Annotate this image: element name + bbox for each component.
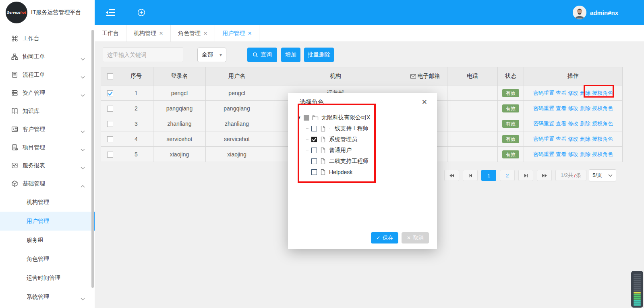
checkbox-unchecked[interactable] bbox=[311, 148, 317, 153]
sidebar-item-asset-mgmt[interactable]: 资产管理 bbox=[0, 84, 95, 102]
page-size-select[interactable]: 5/页 bbox=[589, 169, 616, 181]
grant-role-link[interactable]: 授权角色 bbox=[592, 151, 613, 157]
collapse-menu-icon[interactable] bbox=[106, 8, 118, 17]
row-checkbox[interactable] bbox=[107, 152, 113, 158]
grant-role-link[interactable]: 授权角色 bbox=[592, 105, 613, 111]
close-icon[interactable]: ✕ bbox=[159, 31, 163, 36]
grant-role-link[interactable]: 授权角色 bbox=[592, 136, 613, 142]
sidebar-item-process-tickets[interactable]: 流程工单 bbox=[0, 66, 95, 84]
row-checkbox[interactable] bbox=[107, 121, 113, 127]
next-page-button[interactable] bbox=[518, 170, 533, 181]
grant-role-link[interactable]: 授权角色 bbox=[592, 121, 613, 127]
sidebar-scrollbar[interactable] bbox=[91, 30, 94, 288]
reset-password-link[interactable]: 密码重置 bbox=[533, 136, 554, 142]
tree-node-root[interactable]: ▼ 无限科技有限公司X bbox=[297, 112, 370, 123]
reset-password-link[interactable]: 密码重置 bbox=[533, 105, 554, 111]
close-icon[interactable]: ✕ bbox=[248, 31, 252, 36]
view-link[interactable]: 查看 bbox=[556, 105, 566, 111]
tree-node-role[interactable]: 一线支持工程师 bbox=[297, 123, 370, 134]
edit-link[interactable]: 修改 bbox=[568, 151, 578, 157]
sidebar-item-knowledge-base[interactable]: 知识库 bbox=[0, 102, 95, 120]
document-gear-icon bbox=[11, 144, 18, 151]
add-button[interactable]: 增加 bbox=[281, 48, 300, 62]
search-button[interactable]: 查询 bbox=[247, 48, 277, 62]
checkbox-checked[interactable] bbox=[311, 137, 317, 142]
tab-workbench[interactable]: 工作台 bbox=[95, 25, 126, 42]
chevron-down-icon bbox=[81, 164, 85, 167]
scope-select[interactable]: 全部 ▾ bbox=[197, 48, 226, 62]
edit-link[interactable]: 修改 bbox=[568, 136, 578, 142]
tree-node-role[interactable]: 系统管理员 bbox=[297, 134, 370, 145]
username[interactable]: admin#nx bbox=[590, 9, 618, 16]
sidebar-item-customer-mgmt[interactable]: 客户管理 bbox=[0, 120, 95, 138]
user-avatar[interactable] bbox=[573, 6, 586, 19]
edit-link[interactable]: 修改 bbox=[568, 90, 578, 96]
keyword-input[interactable] bbox=[103, 48, 183, 62]
tree-connector bbox=[306, 172, 310, 172]
sidebar-item-workbench[interactable]: 工作台 bbox=[0, 29, 95, 48]
delete-link[interactable]: 删除 bbox=[580, 121, 590, 127]
sidebar-item-basic-mgmt[interactable]: 基础管理 bbox=[0, 175, 95, 193]
sidebar-item-project-mgmt[interactable]: 项目管理 bbox=[0, 138, 95, 156]
caret-down-icon: ▾ bbox=[219, 52, 222, 58]
select-all-checkbox[interactable] bbox=[107, 73, 113, 79]
view-link[interactable]: 查看 bbox=[556, 136, 566, 142]
tree-node-role[interactable]: Helpdesk bbox=[297, 166, 370, 177]
batch-delete-button[interactable]: 批量删除 bbox=[304, 48, 334, 62]
tree-node-role[interactable]: 二线支持工程师 bbox=[297, 156, 370, 166]
view-link[interactable]: 查看 bbox=[556, 121, 566, 127]
page-2-button[interactable]: 2 bbox=[500, 170, 515, 181]
folder-icon bbox=[312, 114, 319, 121]
sidebar-item-org-mgmt[interactable]: 机构管理 bbox=[0, 193, 95, 212]
table-header-row: 序号 登录名 用户名 机构 电子邮箱 电话 状态 操作 bbox=[101, 67, 623, 85]
close-icon[interactable]: ✕ bbox=[422, 98, 427, 106]
view-link[interactable]: 查看 bbox=[556, 90, 566, 96]
tab-role-mgmt[interactable]: 角色管理✕ bbox=[171, 25, 215, 42]
row-checkbox[interactable] bbox=[107, 106, 113, 112]
prev-page-button[interactable] bbox=[463, 170, 478, 181]
tree-connector bbox=[306, 150, 310, 150]
edit-link[interactable]: 修改 bbox=[568, 105, 578, 111]
delete-link[interactable]: 删除 bbox=[580, 105, 590, 111]
contact-card-icon bbox=[11, 126, 18, 133]
page-1-button[interactable]: 1 bbox=[481, 170, 496, 181]
save-button[interactable]: ✓保存 bbox=[371, 232, 398, 243]
reset-password-link[interactable]: 密码重置 bbox=[533, 151, 554, 157]
last-page-button[interactable] bbox=[537, 170, 552, 181]
col-org: 机构 bbox=[268, 67, 403, 85]
add-circle-icon[interactable] bbox=[136, 8, 148, 17]
sidebar-item-role-mgmt[interactable]: 角色管理 bbox=[0, 250, 95, 268]
sidebar-item-user-mgmt[interactable]: 用户管理 bbox=[0, 212, 95, 231]
sidebar-item-collab-tickets[interactable]: 协同工单 bbox=[0, 48, 95, 66]
reset-password-link[interactable]: 密码重置 bbox=[533, 121, 554, 127]
cross-icon: ✕ bbox=[407, 235, 411, 241]
sidebar-item-service-group[interactable]: 服务组 bbox=[0, 231, 95, 250]
checkbox-unchecked[interactable] bbox=[311, 158, 317, 164]
sidebar-item-system-mgmt[interactable]: 系统管理 bbox=[0, 287, 95, 306]
next-page-icon bbox=[523, 173, 529, 178]
row-checkbox[interactable] bbox=[107, 90, 113, 96]
delete-link[interactable]: 删除 bbox=[580, 90, 590, 96]
checkbox-unchecked[interactable] bbox=[311, 126, 317, 131]
sidebar-item-service-reports[interactable]: 服务报表 bbox=[0, 156, 95, 175]
row-checkbox[interactable] bbox=[107, 136, 113, 142]
delete-link[interactable]: 删除 bbox=[580, 151, 590, 157]
tree-expand-icon[interactable]: ▼ bbox=[297, 115, 304, 120]
dialog-title: 选择角色 bbox=[300, 98, 324, 106]
tree-node-role[interactable]: 普通用户 bbox=[297, 145, 370, 156]
delete-link[interactable]: 删除 bbox=[580, 136, 590, 142]
tab-user-mgmt[interactable]: 用户管理✕ bbox=[215, 25, 259, 42]
checkbox-indeterminate[interactable] bbox=[304, 115, 309, 121]
grant-role-link[interactable]: 授权角色 bbox=[592, 90, 613, 96]
col-username: 用户名 bbox=[206, 67, 268, 85]
first-page-button[interactable] bbox=[444, 170, 459, 181]
view-link[interactable]: 查看 bbox=[556, 151, 566, 157]
status-badge: 有效 bbox=[502, 89, 519, 97]
reset-password-link[interactable]: 密码重置 bbox=[533, 90, 554, 96]
sidebar-item-op-time-mgmt[interactable]: 运营时间管理 bbox=[0, 268, 95, 287]
edit-link[interactable]: 修改 bbox=[568, 121, 578, 127]
close-icon[interactable]: ✕ bbox=[203, 31, 207, 36]
checkbox-unchecked[interactable] bbox=[311, 169, 317, 175]
cancel-button[interactable]: ✕取消 bbox=[402, 232, 429, 243]
tab-org-mgmt[interactable]: 机构管理✕ bbox=[126, 25, 171, 42]
